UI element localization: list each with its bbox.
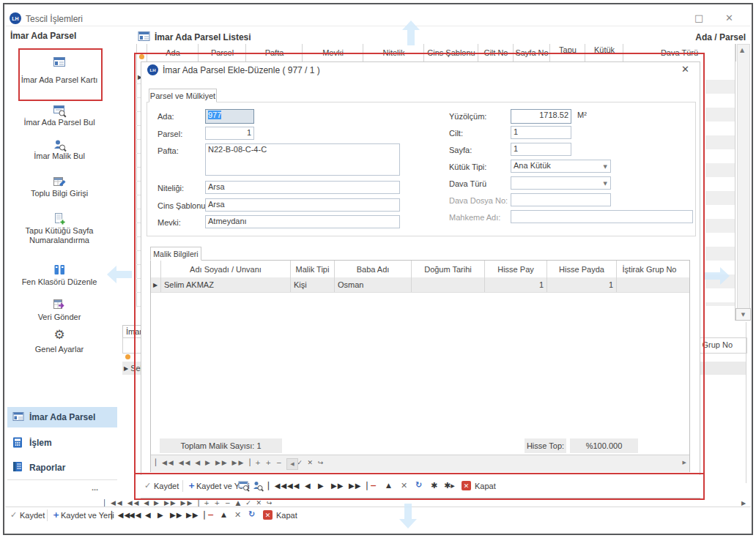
- ada-field[interactable]: 977: [205, 109, 254, 124]
- notebook-icon: [12, 461, 23, 472]
- dialog-nav-last-button[interactable]: ▶▶▕: [349, 482, 368, 490]
- main-nav-next-page-button[interactable]: ▶▶: [170, 511, 182, 519]
- sidebar-item-veri-gonder[interactable]: Veri Gönder: [4, 313, 114, 322]
- yuzolcum-field[interactable]: 1718.52: [511, 109, 571, 124]
- sidebar-item-fen-klasoru-duzenle[interactable]: Fen Klasörü Düzenle: [4, 277, 114, 287]
- background-grid-navigator[interactable]: ▏◀◀ ◀◀ ◀ ▶ ▶▶ ▶▶▕ + + − ▲ ✓ ✕ ↪: [104, 499, 390, 507]
- col-parsel[interactable]: Parsel: [198, 44, 246, 61]
- dialog-nav-first-button[interactable]: ▏◀◀: [268, 482, 287, 490]
- col-ada[interactable]: Ada: [147, 44, 199, 61]
- scroll-up-icon[interactable]: ▲: [740, 47, 744, 53]
- scroll-down-button[interactable]: ▼: [735, 308, 751, 321]
- main-refresh-button[interactable]: ↻: [248, 509, 255, 519]
- col-nitelik[interactable]: Nitelik: [363, 44, 424, 61]
- malik-col-tip[interactable]: Malik Tipi: [290, 261, 334, 277]
- dialog-title: İmar Ada Parsel Ekle-Düzenle ( 977 / 1 ): [163, 65, 320, 75]
- sidebar-nav-raporlar[interactable]: Raporlar: [29, 463, 65, 473]
- dialog-asterisk-next-button[interactable]: ✱▸: [444, 481, 455, 490]
- col-cins-sablonu[interactable]: Cins Şablonu: [423, 44, 478, 61]
- malik-total: Toplam Malik Sayısı: 1: [160, 438, 282, 453]
- parsel-field[interactable]: 1: [205, 127, 254, 140]
- main-nav-first-button[interactable]: ▏◀◀: [111, 511, 130, 519]
- dialog-asterisk-button[interactable]: ✱: [431, 481, 437, 490]
- col-kutuk[interactable]: Kütük: [585, 44, 623, 63]
- malik-nav-buttons[interactable]: ▏◀◀ ◀◀ ◀ ▶ ▶▶ ▶▶▕ + + − ▲ ✓ ✕ ↪: [155, 459, 325, 466]
- sidebar-item-imar-malik-bul[interactable]: İmar Malik Bul: [4, 152, 114, 161]
- pafta-field[interactable]: N22-B-08-C-4-C: [205, 143, 400, 176]
- sidebar-overflow-button[interactable]: ...: [92, 483, 98, 492]
- dava-turu-combo[interactable]: ▼: [511, 176, 611, 190]
- dialog-refresh-button[interactable]: ↻: [415, 480, 422, 490]
- grid-right-border: [735, 44, 735, 321]
- col-mevki[interactable]: Mevki: [302, 44, 363, 61]
- sidebar-item-tapu-kutugu-sayfa-numaralandirma[interactable]: Tapu Kütüğü Sayfa Numaralandırma: [4, 226, 114, 245]
- col-dava-turu[interactable]: Dava Türü: [623, 44, 736, 61]
- dava-turu-label: Dava Türü: [449, 179, 486, 188]
- hisse-top-label: Hisse Top:: [525, 438, 566, 453]
- main-edit-button[interactable]: ▲: [221, 511, 226, 518]
- malik-col-ad[interactable]: Adı Soyadı / Unvanı: [160, 261, 290, 277]
- dock-guide-down-icon: [399, 504, 418, 528]
- dialog-parcel-search-icon[interactable]: [238, 480, 250, 492]
- sidebar-item-genel-ayarlar[interactable]: Genel Ayarlar: [4, 345, 114, 354]
- mevki-field[interactable]: Atmeydanı: [205, 215, 400, 228]
- malik-col-dogum[interactable]: Doğum Tarihi: [411, 261, 484, 277]
- dialog-kaydet-button[interactable]: Kaydet: [154, 482, 179, 490]
- lower-filter-dot-icon: [125, 354, 130, 359]
- dialog-toolbar-divider: [134, 473, 705, 474]
- main-delete-button[interactable]: −: [207, 510, 214, 520]
- sidebar-item-imar-ada-parsel-karti[interactable]: İmar Ada Parsel Kartı: [4, 75, 114, 85]
- send-data-icon: [4, 298, 114, 311]
- main-kaydet-ve-yeni-button[interactable]: Kaydet ve Yeni: [61, 511, 114, 520]
- kutuk-tipi-combo[interactable]: Ana Kütük▼: [511, 160, 611, 173]
- owner-search-icon: [4, 138, 114, 152]
- col-pafta[interactable]: Pafta: [245, 44, 303, 61]
- sayfa-field[interactable]: 1: [511, 143, 571, 156]
- col-tapu[interactable]: Tapu: [549, 44, 585, 63]
- dialog-cancel-button[interactable]: ✕: [401, 481, 407, 490]
- toolbar-separator: [182, 480, 183, 492]
- dialog-delete-button[interactable]: −: [370, 481, 377, 490]
- col-cilt-no[interactable]: Cilt No: [478, 44, 514, 61]
- main-cancel-button[interactable]: ✕: [234, 510, 241, 520]
- sidebar-nav-islem[interactable]: İşlem: [29, 438, 52, 448]
- dialog-owner-search-icon[interactable]: [252, 480, 264, 492]
- dialog-kapat-button[interactable]: Kapat: [475, 482, 496, 490]
- main-nav-next-button[interactable]: ▶: [158, 511, 164, 519]
- sidebar-item-imar-ada-parsel-bul[interactable]: İmar Ada Parsel Bul: [4, 118, 114, 127]
- niteligi-field[interactable]: Arsa: [205, 181, 400, 194]
- malik-grid-navigator[interactable]: ▏◀◀ ◀◀ ◀ ▶ ▶▶ ▶▶▕ + + − ▲ ✓ ✕ ↪ ◀ ▶: [151, 455, 689, 472]
- malik-col-payda[interactable]: Hisse Payda: [546, 261, 616, 277]
- maximize-button[interactable]: □: [694, 12, 703, 23]
- col-sayfa-no[interactable]: Sayfa No: [513, 44, 550, 61]
- malik-row[interactable]: ▶ Selim AKMAZ Kişi Osman 1 1: [151, 277, 689, 293]
- cilt-field[interactable]: 1: [511, 126, 571, 139]
- dialog-nav-next-page-button[interactable]: ▶▶: [331, 482, 344, 490]
- mahkeme-adi-field[interactable]: [511, 210, 693, 223]
- malik-col-pay[interactable]: Hisse Pay: [484, 261, 546, 277]
- list-scrollbar[interactable]: [737, 44, 750, 309]
- dialog-edit-button[interactable]: ▲: [386, 482, 391, 489]
- main-kapat-button[interactable]: Kapat: [276, 511, 297, 520]
- dialog-close-button[interactable]: ✕: [681, 64, 689, 75]
- close-button[interactable]: ✕: [725, 12, 733, 23]
- dialog-nav-prev-page-button[interactable]: ◀◀: [287, 482, 300, 490]
- tab-parsel-ve-mulkiyet[interactable]: Parsel ve Mülkiyet: [149, 89, 217, 102]
- dava-dosya-no-field[interactable]: [511, 193, 611, 206]
- tab-malik-bilgileri[interactable]: Malik Bilgileri: [150, 247, 201, 261]
- sidebar-nav-imar-ada-parsel[interactable]: İmar Ada Parsel: [29, 412, 95, 422]
- dialog-nav-prev-button[interactable]: ◀: [305, 482, 311, 490]
- malik-hscroll-right-icon[interactable]: ▶: [683, 460, 686, 466]
- main-nav-prev-button[interactable]: ◀: [145, 511, 152, 519]
- main-kaydet-button[interactable]: Kaydet: [20, 511, 45, 520]
- malik-col-baba[interactable]: Baba Adı: [334, 261, 411, 277]
- toolbar-separator: [47, 509, 48, 521]
- main-nav-last-button[interactable]: ▶▶▕: [186, 511, 205, 519]
- cins-sablonu-field[interactable]: Arsa: [205, 198, 400, 212]
- dialog-nav-next-button[interactable]: ▶: [318, 482, 325, 490]
- hscroll-right-icon[interactable]: ▶: [741, 500, 746, 507]
- malik-col-istirak[interactable]: İştirak Grup No: [616, 261, 682, 277]
- sidebar-item-toplu-bilgi-girisi[interactable]: Toplu Bilgi Girişi: [4, 189, 114, 198]
- malik-hscroll-left-icon[interactable]: ◀: [286, 458, 298, 470]
- main-nav-prev-page-button[interactable]: ◀◀: [129, 511, 141, 519]
